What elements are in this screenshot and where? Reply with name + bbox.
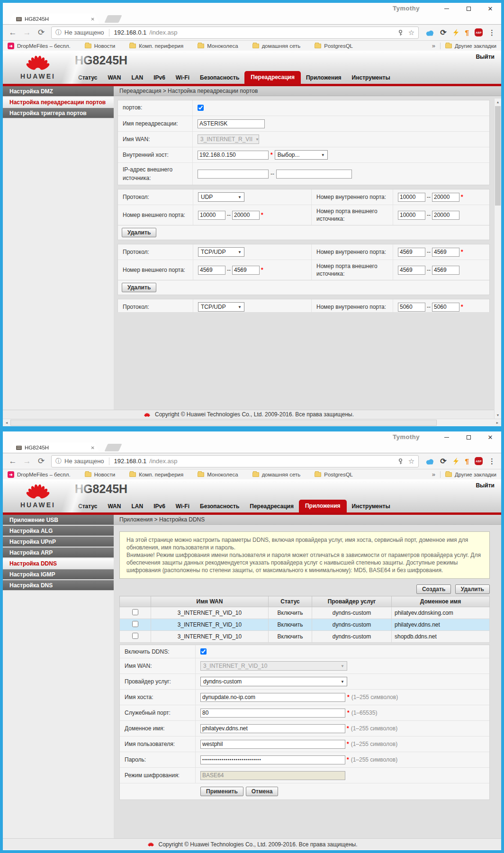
bookmark-star-icon[interactable]: ☆ — [408, 457, 414, 466]
domain-name-input[interactable] — [200, 724, 345, 733]
cancel-button[interactable]: Отмена — [246, 787, 279, 796]
sync-extension-icon[interactable]: ⟳ — [440, 457, 446, 466]
browser-tab[interactable]: HG8245H ✕ — [9, 14, 99, 24]
page-vertical-scrollbar[interactable]: ▲ ▼ — [494, 99, 501, 419]
source-ip-to-input[interactable] — [276, 170, 352, 179]
page-info-icon[interactable]: ⓘ — [55, 28, 62, 37]
create-button[interactable]: Создать — [416, 584, 451, 594]
sidebar-item-port-trigger[interactable]: Настройка триггера портов — [3, 108, 114, 119]
reload-icon[interactable]: ⟳ — [35, 456, 47, 466]
back-icon[interactable]: ← — [7, 28, 19, 37]
bookmark-dropmefiles[interactable]: ➜DropMeFiles – беспл. — [8, 471, 71, 478]
tab-ipv6[interactable]: IPv6 — [148, 72, 171, 84]
tab-lan[interactable]: LAN — [126, 72, 148, 84]
service-port-input[interactable] — [200, 709, 345, 718]
new-tab-button[interactable] — [104, 444, 122, 451]
tab-wan[interactable]: WAN — [102, 72, 126, 84]
other-bookmarks[interactable]: Другие закладки — [445, 472, 496, 477]
bookmark-monokolesa[interactable]: Моноколеса — [198, 472, 238, 477]
pilcrow-extension-icon[interactable]: ¶ — [465, 457, 469, 465]
bookmark-star-icon[interactable]: ☆ — [408, 28, 414, 37]
tab-lan[interactable]: LAN — [126, 501, 148, 512]
sidebar-item-ddns[interactable]: Настройка DDNS — [3, 558, 114, 569]
source-port-to[interactable] — [432, 211, 459, 220]
new-tab-button[interactable] — [104, 15, 122, 23]
sidebar-item-dns[interactable]: Настройка DNS — [3, 580, 114, 591]
external-port-to[interactable] — [232, 266, 260, 275]
browser-tab[interactable]: HG8245H ✕ — [9, 442, 99, 453]
other-bookmarks[interactable]: Другие закладки — [445, 43, 496, 49]
sidebar-item-arp[interactable]: Настройка ARP — [3, 548, 114, 558]
sidebar-item-usb[interactable]: Приложение USB — [3, 515, 114, 526]
tab-applications[interactable]: Приложения — [301, 72, 347, 84]
external-port-from[interactable] — [198, 211, 225, 220]
bookmark-periferia[interactable]: Комп. периферия — [129, 472, 183, 477]
back-icon[interactable]: ← — [7, 457, 19, 466]
page-horizontal-scrollbar[interactable]: ◄ ► — [3, 419, 501, 426]
host-choose-select[interactable]: Выбор...▼ — [275, 150, 328, 160]
sync-extension-icon[interactable]: ⟳ — [440, 28, 446, 37]
tab-security[interactable]: Безопасность — [195, 72, 244, 84]
bookmark-monokolesa[interactable]: Моноколеса — [198, 43, 238, 49]
enable-ddns-checkbox[interactable] — [200, 648, 207, 655]
table-row-selected[interactable]: 3_INTERNET_R_VID_10 Включить dyndns-cust… — [120, 619, 490, 631]
tab-forwarding[interactable]: Переадресация — [244, 71, 301, 84]
maximize-button[interactable] — [458, 3, 479, 14]
logout-link[interactable]: Выйти — [476, 482, 495, 489]
logout-link[interactable]: Выйти — [476, 54, 495, 60]
bookmark-postgresql[interactable]: PostgresQL — [315, 43, 353, 49]
internal-port-from[interactable] — [398, 303, 425, 312]
sidebar-item-igmp[interactable]: Настройка IGMP — [3, 569, 114, 580]
tab-applications[interactable]: Приложения — [299, 500, 347, 512]
minimize-button[interactable] — [436, 3, 458, 14]
table-row[interactable]: 3_INTERNET_R_VID_10 Включить dyndns-cust… — [120, 631, 490, 643]
tab-ipv6[interactable]: IPv6 — [148, 501, 171, 512]
page-info-icon[interactable]: ⓘ — [55, 457, 62, 466]
row-checkbox[interactable] — [132, 609, 138, 615]
tab-tools[interactable]: Инструменты — [347, 501, 396, 512]
tab-security[interactable]: Безопасность — [195, 501, 244, 512]
source-port-from[interactable] — [398, 211, 425, 220]
chrome-menu-icon[interactable]: ⋮ — [488, 457, 495, 466]
password-key-icon[interactable] — [397, 29, 404, 36]
internal-port-from[interactable] — [398, 248, 425, 257]
delete-rule-button[interactable]: Удалить — [122, 283, 156, 292]
tab-tools[interactable]: Инструменты — [347, 72, 396, 84]
external-port-from[interactable] — [198, 266, 225, 275]
tab-wifi[interactable]: Wi-Fi — [171, 72, 195, 84]
bookmarks-overflow-icon[interactable]: » — [432, 471, 435, 478]
protocol-select[interactable]: UDP▼ — [198, 192, 244, 202]
tab-forwarding[interactable]: Переадресация — [244, 501, 299, 512]
sidebar-item-upnp[interactable]: Настройка UPnP — [3, 537, 114, 548]
maximize-button[interactable] — [458, 431, 479, 443]
reload-icon[interactable]: ⟳ — [35, 27, 47, 37]
tab-status[interactable]: Статус — [73, 501, 102, 512]
source-port-to[interactable] — [432, 266, 459, 275]
enable-forwarding-checkbox[interactable] — [198, 105, 204, 111]
address-bar[interactable]: ⓘ Не защищено 192.168.0.1/index.asp ☆ — [51, 455, 419, 467]
adblock-extension-icon[interactable]: ABP — [475, 457, 483, 465]
close-window-button[interactable]: ✕ — [479, 3, 501, 14]
password-input[interactable] — [200, 755, 345, 764]
address-bar[interactable]: ⓘ Не защищено 192.168.0.1/index.asp ☆ — [51, 27, 419, 39]
window-titlebar[interactable]: Tymothy ✕ — [3, 431, 501, 443]
close-window-button[interactable]: ✕ — [479, 431, 501, 443]
sidebar-item-port-forwarding[interactable]: Настройка переадресации портов — [3, 97, 114, 108]
bookmark-novosti[interactable]: Новости — [85, 43, 116, 49]
internal-port-to[interactable] — [432, 303, 459, 312]
tab-close-icon[interactable]: ✕ — [91, 17, 95, 22]
delete-rule-button[interactable]: Удалить — [122, 228, 156, 237]
bookmark-novosti[interactable]: Новости — [85, 472, 116, 477]
bookmark-homenet[interactable]: домашняя сеть — [252, 43, 301, 49]
username-input[interactable] — [200, 740, 345, 749]
adblock-extension-icon[interactable]: ABP — [475, 28, 483, 36]
bookmark-homenet[interactable]: домашняя сеть — [252, 472, 301, 477]
tab-wan[interactable]: WAN — [102, 501, 126, 512]
tab-close-icon[interactable]: ✕ — [91, 445, 95, 450]
sidebar-item-alg[interactable]: Настройка ALG — [3, 526, 114, 537]
internal-port-to[interactable] — [432, 193, 459, 202]
bookmark-dropmefiles[interactable]: ➜DropMeFiles – беспл. — [8, 43, 71, 49]
delete-button[interactable]: Удалить — [455, 584, 490, 594]
bookmark-postgresql[interactable]: PostgresQL — [315, 472, 353, 477]
table-row[interactable]: 3_INTERNET_R_VID_10 Включить dyndns-cust… — [120, 607, 490, 619]
